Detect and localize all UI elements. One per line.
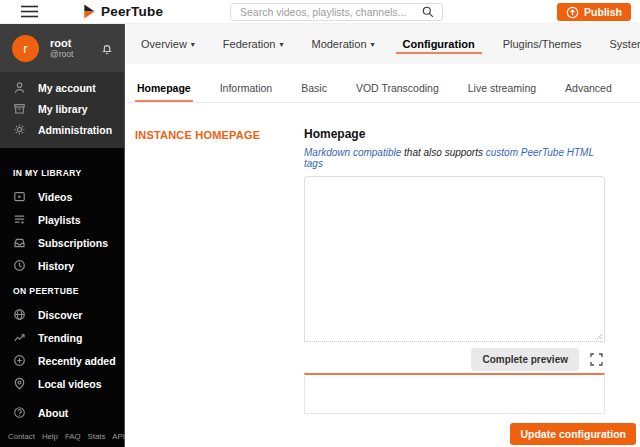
footer-link-contact[interactable]: Contact [8,432,35,441]
markdown-hint: Markdown compatible that also supports c… [304,147,605,169]
username: root [50,37,100,49]
search-input[interactable] [231,6,422,18]
tab-vod-transcoding[interactable]: VOD Transcoding [354,82,441,102]
upload-icon [566,6,579,19]
top-header: PeerTube Publish [0,0,640,24]
menu-sections: IN MY LIBRARY Videos Playlists Subscript… [0,148,124,395]
nav-configuration[interactable]: Configuration [396,34,482,54]
section-title-in-my-library: IN MY LIBRARY [13,168,124,178]
nav-moderation[interactable]: Moderation [304,34,381,54]
nav-plugins-themes[interactable]: Plugins/Themes [496,34,589,54]
tab-information[interactable]: Information [218,82,275,102]
brand-name: PeerTube [101,4,163,19]
markdown-compatible-link[interactable]: Markdown compatible [304,147,401,158]
playlist-icon [13,213,26,226]
help-circle-icon [13,406,26,419]
search-bar [230,3,443,21]
preview-panel [304,373,605,414]
clock-icon [13,259,26,272]
fullscreen-button[interactable] [590,353,603,366]
trending-icon [13,331,26,344]
sidebar-item-discover[interactable]: Discover [0,303,124,326]
tab-basic[interactable]: Basic [299,82,329,102]
homepage-markdown-textarea[interactable] [304,176,605,342]
config-tabs: Homepage Information Basic VOD Transcodi… [126,64,640,103]
sidebar-item-label: My account [38,82,96,94]
account-menu: My account My library Administration [0,72,124,148]
peertube-play-icon [82,4,96,19]
sidebar-item-history[interactable]: History [0,254,124,277]
main-area: Overview Federation Moderation Configura… [126,24,640,447]
video-icon [13,190,26,203]
inbox-icon [13,236,26,249]
sidebar-item-about[interactable]: About [0,402,124,423]
globe-icon [13,308,26,321]
user-handle: @root [50,50,100,59]
tab-advanced[interactable]: Advanced [563,82,614,102]
sidebar-item-administration[interactable]: Administration [0,119,124,140]
nav-federation[interactable]: Federation [216,34,291,54]
homepage-config-content: INSTANCE HOMEPAGE Homepage Markdown comp… [126,103,640,414]
sidebar-item-label: Trending [38,332,82,344]
publish-label: Publish [584,6,622,18]
nav-system[interactable]: System [603,34,640,54]
sidebar-item-my-account[interactable]: My account [0,77,124,98]
sidebar-spacer [0,395,124,402]
library-icon [13,102,26,115]
sidebar-item-label: Local videos [38,378,102,390]
sidebar-item-label: Discover [38,309,82,321]
sidebar-item-label: Videos [38,191,72,203]
sidebar-item-label: Playlists [38,214,81,226]
sidebar: r root @root My account My library Admin… [0,24,125,447]
user-block[interactable]: r root @root [0,24,124,72]
sidebar-item-recently-added[interactable]: Recently added [0,349,124,372]
sidebar-item-label: Subscriptions [38,237,108,249]
section-heading-instance-homepage: INSTANCE HOMEPAGE [135,129,304,141]
footer-link-help[interactable]: Help [42,432,58,441]
complete-preview-button[interactable]: Complete preview [471,348,579,371]
publish-button[interactable]: Publish [557,3,631,21]
admin-nav: Overview Federation Moderation Configura… [126,24,640,64]
plus-circle-icon [13,354,26,367]
sidebar-item-trending[interactable]: Trending [0,326,124,349]
sidebar-item-subscriptions[interactable]: Subscriptions [0,231,124,254]
person-icon [13,81,26,94]
sidebar-footer: Contact Help FAQ Stats API [0,432,124,447]
sidebar-item-videos[interactable]: Videos [0,185,124,208]
avatar[interactable]: r [12,35,39,62]
sidebar-item-label: Administration [38,124,112,136]
search-icon[interactable] [422,6,434,18]
peertube-logo[interactable]: PeerTube [82,4,163,19]
fullscreen-icon [590,353,603,366]
footer-link-stats[interactable]: Stats [88,432,106,441]
hint-middle-text: that also supports [401,147,486,158]
tab-live-streaming[interactable]: Live streaming [466,82,538,102]
update-configuration-button[interactable]: Update configuration [510,423,636,445]
sidebar-item-label: Recently added [38,355,116,367]
sidebar-item-local-videos[interactable]: Local videos [0,372,124,395]
tab-homepage[interactable]: Homepage [135,82,193,102]
sidebar-item-playlists[interactable]: Playlists [0,208,124,231]
preview-bar: Complete preview [304,346,605,372]
sidebar-item-label: About [38,407,68,419]
gear-icon [13,123,26,136]
homepage-field-label: Homepage [304,127,605,141]
section-title-on-peertube: ON PEERTUBE [13,286,124,296]
nav-overview[interactable]: Overview [134,34,202,54]
sidebar-item-my-library[interactable]: My library [0,98,124,119]
footer-link-api[interactable]: API [112,432,125,441]
pin-icon [13,377,26,390]
bell-icon[interactable] [100,41,114,56]
footer-link-faq[interactable]: FAQ [65,432,81,441]
sidebar-item-label: My library [38,103,88,115]
sidebar-item-label: History [38,260,74,272]
menu-hamburger-icon[interactable] [21,5,38,18]
